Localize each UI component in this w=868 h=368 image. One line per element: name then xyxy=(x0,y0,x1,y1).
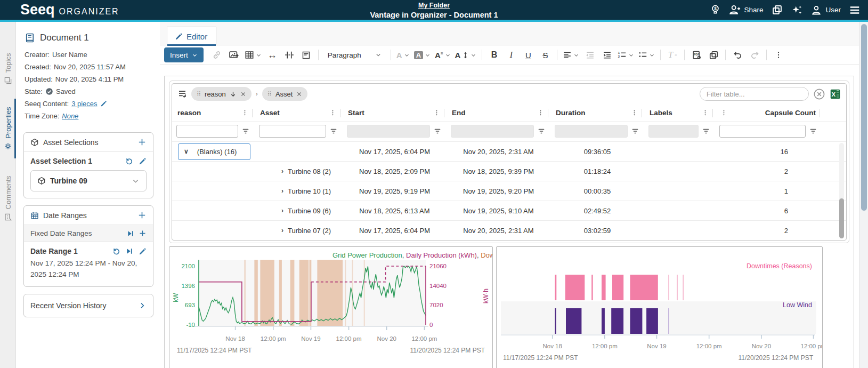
drag-handle-icon[interactable]: ⠿ xyxy=(197,91,201,98)
table-row[interactable]: ∨(Blanks) (16)Nov 17, 2025, 6:04 PMNov 2… xyxy=(172,141,846,161)
tab-editor[interactable]: Editor xyxy=(167,27,216,45)
column-header-labels[interactable]: Labels xyxy=(644,104,715,122)
group-pill-reason[interactable]: ⠿ reason xyxy=(191,87,252,101)
table-row[interactable]: ›Turbine 10 (1)Nov 19, 2025, 9:19 PMNov … xyxy=(172,181,846,201)
filter-input-start[interactable] xyxy=(347,125,430,138)
tab-topics[interactable]: Topics xyxy=(0,47,16,90)
expand-icon[interactable]: › xyxy=(281,167,283,175)
selected-group-cell[interactable]: ∨(Blanks) (16) xyxy=(178,143,250,160)
column-menu-icon[interactable] xyxy=(433,109,440,116)
cell-asset[interactable]: ›Turbine 07 (2) xyxy=(255,221,343,240)
filter-input-labels[interactable] xyxy=(648,125,699,138)
hamburger-menu-icon[interactable] xyxy=(849,4,861,16)
group-pill-asset[interactable]: ⠿ Asset xyxy=(262,87,308,101)
cell-asset[interactable]: ›Turbine 09 (6) xyxy=(255,201,343,220)
downtime-timeline-widget[interactable]: Downtimes (Reasons)Low WindNov 1812:00 p… xyxy=(496,246,823,368)
bold-button[interactable]: B xyxy=(486,47,502,63)
drag-handle-icon[interactable]: ⠿ xyxy=(267,91,272,98)
add-date-range-icon[interactable] xyxy=(137,211,147,220)
table-row[interactable]: ›Turbine 07 (2)Nov 17, 2025, 6:04 PMNov … xyxy=(172,220,846,240)
column-header-asset[interactable]: Asset xyxy=(255,104,343,122)
edit-content-icon[interactable] xyxy=(100,100,107,107)
cell-asset[interactable]: ›Turbine 08 (2) xyxy=(255,162,343,181)
table-row[interactable]: ›Turbine 08 (2)Nov 18, 2025, 2:09 PMNov … xyxy=(172,161,846,181)
underline-button[interactable]: U xyxy=(520,47,536,63)
cell-reason[interactable]: ∨(Blanks) (16) xyxy=(172,142,255,161)
column-header-end[interactable]: End xyxy=(447,104,550,122)
clear-table-icon[interactable] xyxy=(813,88,825,100)
filter-input-end[interactable] xyxy=(451,125,534,138)
table-scrollbar-thumb[interactable] xyxy=(839,198,844,238)
tab-comments[interactable]: Comments xyxy=(0,167,16,230)
worksheets-icon[interactable] xyxy=(771,4,783,16)
column-header-capsule-count[interactable]: Capsule Count xyxy=(715,104,822,122)
page-scrollbar-thumb[interactable] xyxy=(861,24,867,211)
line-height-button[interactable]: A xyxy=(453,47,478,63)
expand-icon[interactable]: › xyxy=(281,207,283,214)
version-history-card[interactable]: Recent Version History xyxy=(23,294,153,317)
my-folder-link[interactable]: My Folder xyxy=(418,2,450,9)
indent-button[interactable] xyxy=(599,47,615,63)
add-asset-selection-icon[interactable] xyxy=(137,138,147,147)
paragraph-style-select[interactable]: Paragraph xyxy=(322,51,387,59)
page-break-button[interactable] xyxy=(281,47,297,63)
document-frame-button[interactable] xyxy=(298,47,314,63)
column-header-reason[interactable]: reason xyxy=(172,104,255,122)
insert-image-button[interactable] xyxy=(226,47,242,63)
expand-icon[interactable]: › xyxy=(281,227,283,234)
pdf-export-button[interactable] xyxy=(688,47,704,63)
table-row[interactable]: ›Turbine 09 (6)Nov 18, 2025, 6:13 AMNov … xyxy=(172,201,846,220)
strikethrough-button[interactable]: S xyxy=(537,47,553,63)
user-menu-label[interactable]: User xyxy=(825,6,841,14)
add-fixed-range-icon[interactable] xyxy=(139,229,147,237)
align-button[interactable] xyxy=(561,47,581,63)
filter-input-asset[interactable] xyxy=(259,125,326,138)
trend-chart-widget[interactable]: Nov 1812:00 pmNov 1912:00 pmNov 2012:00 … xyxy=(169,246,493,368)
step-forward-icon[interactable] xyxy=(127,230,134,237)
refresh-range-icon[interactable] xyxy=(112,247,120,255)
timezone-link[interactable]: None xyxy=(62,112,78,120)
table-widget-container[interactable]: ⠿ reason › ⠿ Asset xyxy=(169,81,849,243)
refresh-asset-icon[interactable] xyxy=(125,157,133,165)
value-bulb-icon[interactable] xyxy=(709,4,721,16)
column-menu-icon[interactable] xyxy=(537,109,544,116)
filter-input-capsule-count[interactable] xyxy=(719,125,806,138)
highlight-color-button[interactable]: A xyxy=(412,47,432,63)
column-menu-icon[interactable] xyxy=(631,109,638,116)
sort-desc-icon[interactable] xyxy=(230,91,237,98)
italic-button[interactable]: I xyxy=(503,47,519,63)
remove-group-icon[interactable] xyxy=(240,91,246,97)
page-scrollbar[interactable] xyxy=(859,22,868,368)
filter-input-reason[interactable] xyxy=(176,125,238,138)
font-size-button[interactable]: A≡ xyxy=(433,47,452,63)
funnel-icon[interactable] xyxy=(809,127,817,135)
cell-asset[interactable]: ›Turbine 10 (1) xyxy=(255,181,343,201)
ordered-list-button[interactable] xyxy=(616,47,636,63)
insert-table-button[interactable] xyxy=(243,47,263,63)
full-width-button[interactable]: ↔ xyxy=(264,47,280,63)
share-button[interactable]: Share xyxy=(744,6,763,14)
tab-properties[interactable]: Properties xyxy=(0,97,16,161)
step-range-icon[interactable] xyxy=(126,247,133,255)
table-scrollbar[interactable] xyxy=(839,143,844,238)
seeq-logo[interactable]: Seeq ORGANIZER xyxy=(0,2,119,18)
expand-icon[interactable]: › xyxy=(281,187,283,195)
copy-document-button[interactable] xyxy=(705,47,721,63)
redo-button[interactable] xyxy=(747,47,762,63)
undo-button[interactable] xyxy=(729,47,745,63)
column-menu-icon[interactable] xyxy=(241,109,248,116)
toolbar-overflow-menu[interactable] xyxy=(770,47,786,63)
clear-format-button[interactable]: T× xyxy=(664,47,680,63)
insert-button[interactable]: Insert xyxy=(164,47,204,62)
edit-range-icon[interactable] xyxy=(139,247,147,255)
excel-export-icon[interactable] xyxy=(830,89,841,100)
column-menu-icon[interactable] xyxy=(329,109,336,116)
user-icon[interactable] xyxy=(810,4,822,16)
collapse-icon[interactable]: ∨ xyxy=(184,148,189,155)
seeq-content-link[interactable]: 3 pieces xyxy=(71,100,97,108)
funnel-icon[interactable] xyxy=(434,127,441,135)
funnel-icon[interactable] xyxy=(702,127,710,135)
outdent-button[interactable] xyxy=(582,47,598,63)
column-menu-icon[interactable] xyxy=(720,109,727,116)
group-columns-icon[interactable] xyxy=(177,89,187,99)
